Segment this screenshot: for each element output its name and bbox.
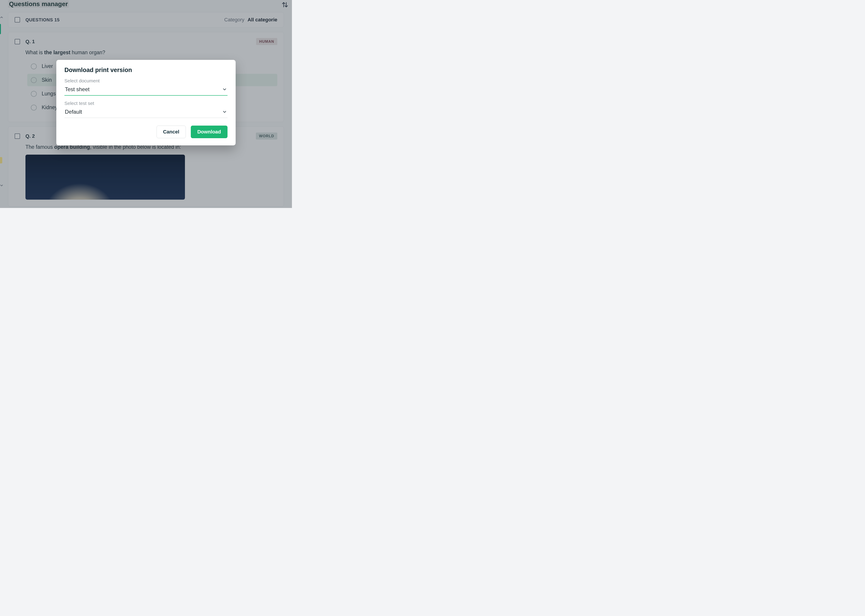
chevron-down-icon xyxy=(222,87,227,92)
select-test-set-label: Select test set xyxy=(65,101,227,106)
select-test-set-field: Select test set Default xyxy=(65,101,227,118)
select-document-dropdown[interactable]: Test sheet xyxy=(65,85,227,96)
select-document-label: Select document xyxy=(65,78,227,83)
select-document-field: Select document Test sheet xyxy=(65,78,227,96)
select-document-value: Test sheet xyxy=(65,86,90,93)
download-print-modal: Download print version Select document T… xyxy=(56,60,236,145)
cancel-button[interactable]: Cancel xyxy=(156,126,186,138)
chevron-down-icon xyxy=(222,109,227,114)
modal-overlay[interactable]: Download print version Select document T… xyxy=(0,0,292,208)
select-test-set-dropdown[interactable]: Default xyxy=(65,107,227,118)
download-button[interactable]: Download xyxy=(191,126,227,138)
select-test-set-value: Default xyxy=(65,109,82,115)
modal-actions: Cancel Download xyxy=(65,126,227,138)
modal-title: Download print version xyxy=(65,67,227,74)
